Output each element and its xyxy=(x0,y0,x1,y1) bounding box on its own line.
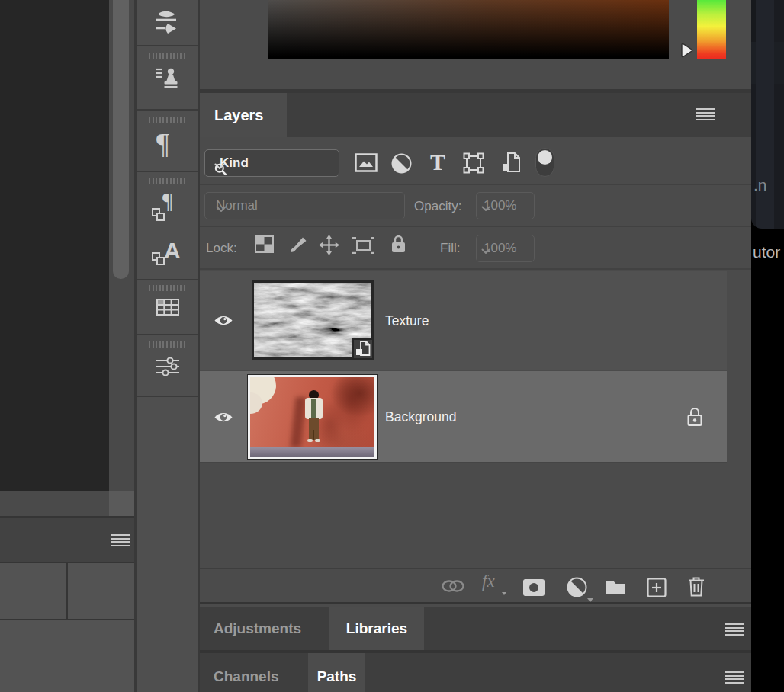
left-panel-header xyxy=(0,518,134,562)
left-panel-menu-icon[interactable] xyxy=(111,534,130,546)
smart-object-badge-icon xyxy=(352,338,374,360)
tab-libraries[interactable]: Libraries xyxy=(329,607,424,650)
filter-toggle[interactable] xyxy=(535,148,554,177)
scrollbar-corner xyxy=(109,491,134,516)
filter-kind-dropdown[interactable]: Kind xyxy=(204,149,339,177)
layer-thumbnail-texture[interactable] xyxy=(252,280,374,360)
color-panel-area xyxy=(200,0,751,89)
tab-libraries-label: Libraries xyxy=(346,620,407,637)
dock-button-brush-settings[interactable] xyxy=(137,0,198,46)
dock-button-type-styles[interactable]: ¶ A xyxy=(137,172,198,280)
opacity-label: Opacity: xyxy=(414,199,461,214)
dock-button-clone-source[interactable] xyxy=(137,46,198,111)
dock-grip xyxy=(149,117,185,123)
paragraph-icon: ¶ xyxy=(156,127,169,160)
tab-layers[interactable]: Layers xyxy=(200,93,287,137)
divider xyxy=(200,602,751,604)
photo-wall-shadow xyxy=(316,377,370,444)
left-panel-tile[interactable] xyxy=(0,620,134,692)
layer-row-background[interactable]: Background xyxy=(200,371,727,463)
window-text-fragment: .n xyxy=(753,176,767,194)
filter-toggle-knob xyxy=(538,150,552,165)
tab-layers-label: Layers xyxy=(214,107,264,124)
photoshop-workspace: ¶ ¶ A xyxy=(0,0,784,692)
vertical-scrollbar[interactable] xyxy=(109,0,134,491)
divider xyxy=(200,184,751,185)
dock-button-grid[interactable] xyxy=(137,280,198,335)
panel-dock: ¶ ¶ A xyxy=(137,0,198,692)
divider xyxy=(477,193,477,219)
right-edge-region: .n utor xyxy=(751,0,784,692)
color-field[interactable] xyxy=(268,0,669,59)
tab-paths-label: Paths xyxy=(317,668,357,685)
layers-panel-body: Kind T xyxy=(200,137,751,602)
horizontal-scrollbar[interactable] xyxy=(0,491,109,516)
layer-effects-caret-icon xyxy=(502,592,506,595)
dock-grip xyxy=(149,53,185,59)
document-canvas[interactable] xyxy=(0,0,109,491)
dock-button-sliders[interactable] xyxy=(137,335,198,397)
character-styles-icon: A xyxy=(164,238,181,264)
fill-field[interactable]: 100% xyxy=(476,235,535,262)
tab-channels[interactable]: Channels xyxy=(214,653,279,692)
layer-row-texture[interactable]: Texture xyxy=(200,271,727,370)
channels-paths-tab-bar: Channels Paths xyxy=(200,653,751,692)
dock-grip xyxy=(149,341,185,348)
adjustments-libraries-tab-bar: Adjustments Libraries xyxy=(200,607,751,650)
divider xyxy=(200,226,751,227)
hue-slider[interactable] xyxy=(697,0,726,59)
left-panel-tile[interactable] xyxy=(68,563,134,619)
layer-name[interactable]: Background xyxy=(385,409,456,425)
photo-person xyxy=(304,390,324,453)
layer-name[interactable]: Texture xyxy=(385,313,429,329)
lock-label: Lock: xyxy=(206,241,237,256)
layers-tab-bar: Layers xyxy=(200,93,751,137)
divider xyxy=(200,268,751,270)
left-panel-tile[interactable] xyxy=(0,563,66,619)
opacity-field[interactable]: 100% xyxy=(476,192,535,219)
layers-panel-menu-icon[interactable] xyxy=(696,108,715,120)
tab-paths[interactable]: Paths xyxy=(308,653,365,692)
vertical-scrollbar-thumb[interactable] xyxy=(113,0,129,279)
add-layer-mask-icon[interactable] xyxy=(523,579,545,596)
dock-grip xyxy=(149,178,185,184)
background-photo xyxy=(250,377,374,457)
window-text-fragment: utor xyxy=(753,243,780,261)
layers-footer-bar: fx xyxy=(200,568,751,602)
background-window-fragment: .n xyxy=(751,0,784,229)
libraries-panel-menu-icon[interactable] xyxy=(725,623,744,636)
layer-effects-icon[interactable]: fx xyxy=(482,572,495,591)
filter-type-layers-icon[interactable]: T xyxy=(430,149,445,175)
fill-label: Fill: xyxy=(440,241,460,256)
dock-button-paragraph[interactable]: ¶ xyxy=(137,111,198,172)
layer-thumbnail-background[interactable] xyxy=(248,375,377,459)
tab-adjustments[interactable]: Adjustments xyxy=(214,607,301,650)
divider xyxy=(477,235,477,261)
blend-mode-dropdown[interactable]: Normal xyxy=(204,192,405,219)
dock-grip xyxy=(149,285,185,291)
paths-panel-menu-icon[interactable] xyxy=(725,671,744,684)
